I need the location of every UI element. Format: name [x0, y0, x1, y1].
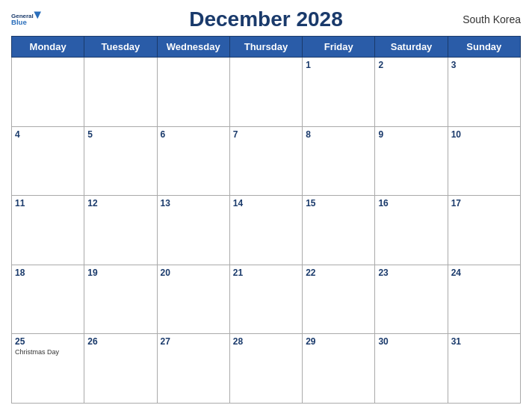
country-label: South Korea [463, 13, 521, 25]
day-number: 28 [233, 336, 299, 347]
day-number: 24 [451, 268, 517, 278]
days-header-row: Monday Tuesday Wednesday Thursday Friday… [12, 37, 521, 58]
calendar-day-cell: 2 [375, 58, 448, 127]
col-saturday: Saturday [375, 37, 448, 58]
svg-text:Blue: Blue [11, 18, 27, 26]
calendar-day-cell: 29 [303, 334, 375, 404]
day-number: 1 [306, 60, 371, 70]
day-number: 2 [378, 60, 444, 70]
holiday-label: Christmas Day [15, 348, 81, 356]
day-number: 20 [161, 268, 226, 278]
empty-cell [229, 58, 302, 127]
svg-marker-2 [34, 12, 41, 19]
generalblue-logo: General Blue [11, 10, 41, 28]
calendar-day-cell: 12 [84, 196, 157, 265]
calendar-day-cell: 21 [229, 265, 302, 334]
day-number: 6 [161, 129, 226, 140]
day-number: 9 [378, 129, 444, 140]
calendar-week-row: 123 [12, 58, 521, 127]
day-number: 16 [378, 198, 444, 208]
calendar-day-cell: 23 [375, 265, 448, 334]
calendar-table: Monday Tuesday Wednesday Thursday Friday… [11, 36, 521, 404]
day-number: 11 [15, 198, 81, 208]
calendar-day-cell: 16 [375, 196, 448, 265]
col-tuesday: Tuesday [84, 37, 157, 58]
col-thursday: Thursday [229, 37, 302, 58]
col-sunday: Sunday [448, 37, 520, 58]
calendar-day-cell: 4 [12, 126, 84, 196]
calendar-day-cell: 7 [229, 126, 302, 196]
day-number: 23 [378, 268, 444, 278]
calendar-day-cell: 17 [448, 196, 520, 265]
day-number: 13 [161, 198, 226, 208]
calendar-day-cell: 30 [375, 334, 448, 404]
calendar-week-row: 18192021222324 [12, 265, 521, 334]
calendar-day-cell: 26 [84, 334, 157, 404]
calendar-day-cell: 18 [12, 265, 84, 334]
calendar-day-cell: 19 [84, 265, 157, 334]
calendar-day-cell: 10 [448, 126, 520, 196]
day-number: 30 [378, 336, 444, 347]
calendar-day-cell: 1 [303, 58, 375, 127]
empty-cell [84, 58, 157, 127]
day-number: 21 [233, 268, 299, 278]
empty-cell [12, 58, 84, 127]
empty-cell [157, 58, 229, 127]
calendar-day-cell: 11 [12, 196, 84, 265]
calendar-week-row: 25Christmas Day262728293031 [12, 334, 521, 404]
day-number: 26 [87, 336, 153, 347]
calendar-day-cell: 14 [229, 196, 302, 265]
calendar-week-row: 45678910 [12, 126, 521, 196]
day-number: 5 [87, 129, 153, 140]
calendar-day-cell: 25Christmas Day [12, 334, 84, 404]
day-number: 17 [451, 198, 517, 208]
day-number: 3 [451, 60, 517, 70]
calendar-day-cell: 24 [448, 265, 520, 334]
day-number: 18 [15, 268, 81, 278]
calendar-day-cell: 15 [303, 196, 375, 265]
calendar-header: General Blue December 2028 South Korea [11, 7, 521, 31]
calendar-day-cell: 27 [157, 334, 229, 404]
day-number: 8 [306, 129, 371, 140]
calendar-day-cell: 6 [157, 126, 229, 196]
day-number: 14 [233, 198, 299, 208]
calendar-week-row: 11121314151617 [12, 196, 521, 265]
calendar-day-cell: 9 [375, 126, 448, 196]
calendar-day-cell: 5 [84, 126, 157, 196]
day-number: 10 [451, 129, 517, 140]
day-number: 7 [233, 129, 299, 140]
col-wednesday: Wednesday [157, 37, 229, 58]
col-friday: Friday [303, 37, 375, 58]
calendar-day-cell: 8 [303, 126, 375, 196]
day-number: 22 [306, 268, 371, 278]
calendar-day-cell: 13 [157, 196, 229, 265]
day-number: 27 [161, 336, 226, 347]
calendar-day-cell: 28 [229, 334, 302, 404]
calendar-day-cell: 22 [303, 265, 375, 334]
day-number: 4 [15, 129, 81, 140]
calendar-day-cell: 31 [448, 334, 520, 404]
day-number: 15 [306, 198, 371, 208]
col-monday: Monday [12, 37, 84, 58]
calendar-body: 1234567891011121314151617181920212223242… [12, 58, 521, 404]
calendar-day-cell: 3 [448, 58, 520, 127]
day-number: 19 [87, 268, 153, 278]
day-number: 31 [451, 336, 517, 347]
day-number: 29 [306, 336, 371, 347]
day-number: 12 [87, 198, 153, 208]
calendar-title: December 2028 [189, 7, 342, 31]
day-number: 25 [15, 336, 81, 347]
calendar-day-cell: 20 [157, 265, 229, 334]
